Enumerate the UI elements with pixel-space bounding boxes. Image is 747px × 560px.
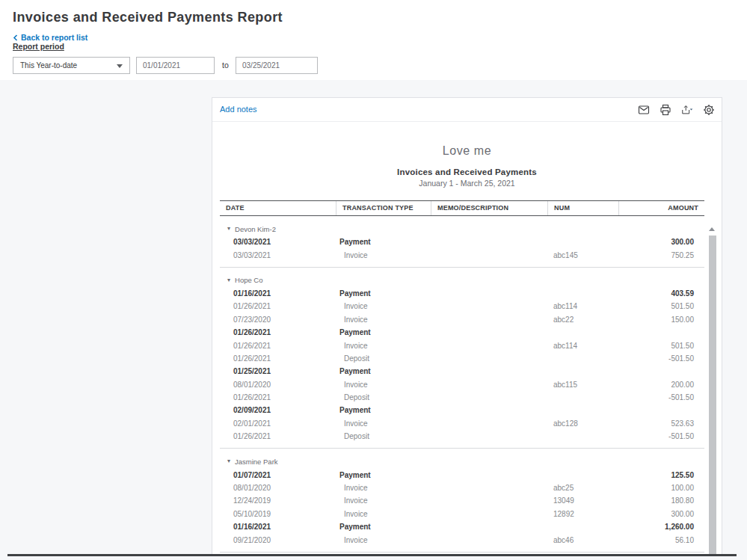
page-header: Invoices and Received Payments Report Ba… [0, 0, 747, 80]
cell-date: 07/23/2020 [220, 316, 336, 324]
company-name: Love me [212, 144, 722, 158]
table-row[interactable]: 07/23/2020Invoiceabc22150.00 [220, 313, 704, 326]
cell-date: 01/26/2021 [220, 354, 336, 363]
dropdown-caret-icon [117, 64, 123, 68]
table-row[interactable]: 03/03/2021Payment300.00 [220, 236, 704, 248]
report-period-selected-value: This Year-to-date [20, 61, 77, 70]
group-name: Devon Kim-2 [235, 225, 276, 233]
table-row[interactable]: 01/16/2021Payment403.59 [220, 287, 704, 300]
group-name: Hope Co [235, 276, 263, 284]
cell-amount: 523.63 [618, 419, 704, 428]
add-notes-link[interactable]: Add notes [220, 98, 257, 121]
report-date-range: January 1 - March 25, 2021 [212, 179, 722, 188]
table-row[interactable]: 01/26/2021Deposit-501.50 [220, 352, 704, 365]
cell-transaction-type: Payment [336, 406, 431, 414]
cell-transaction-type: Invoice [336, 510, 431, 518]
report-card-header: Add notes [212, 98, 722, 122]
cell-date: 03/03/2021 [220, 251, 336, 259]
chevron-left-icon [13, 34, 18, 41]
cell-transaction-type: Payment [336, 367, 431, 375]
report-period-dropdown[interactable]: This Year-to-date [13, 57, 130, 74]
group-toggle[interactable]: ▾Hope Co [220, 274, 704, 287]
cell-num: abc115 [547, 381, 618, 389]
cell-date: 05/10/2019 [220, 510, 336, 518]
cell-transaction-type: Deposit [336, 393, 431, 401]
report-toolbar [638, 98, 715, 121]
cell-date: 12/24/2019 [220, 496, 336, 505]
customer-group: ▾Hope Co01/16/2021Payment403.5901/26/202… [220, 274, 704, 449]
cell-transaction-type: Deposit [336, 432, 431, 440]
settings-icon[interactable] [703, 104, 715, 116]
table-row[interactable]: 01/07/2021Payment125.50 [220, 468, 704, 481]
cell-transaction-type: Invoice [336, 536, 431, 544]
column-header-num[interactable]: NUM [547, 201, 618, 215]
scroll-up-arrow-icon [709, 227, 715, 231]
customer-group: ▾Jasmine Park01/07/2021Payment125.5008/0… [220, 455, 704, 552]
cell-num: abc145 [547, 251, 618, 259]
table-row[interactable]: 03/03/2021Invoiceabc145750.25 [220, 248, 704, 261]
table-row[interactable]: 02/09/2021Payment [220, 404, 704, 416]
cell-date: 03/03/2021 [220, 238, 336, 246]
cell-amount: 150.00 [618, 316, 704, 324]
cell-transaction-type: Payment [336, 471, 431, 479]
cell-num: 12892 [547, 510, 618, 518]
cell-date: 01/26/2021 [220, 302, 336, 310]
cell-amount: 501.50 [618, 342, 704, 350]
date-to-input[interactable] [236, 57, 318, 74]
cell-amount: 403.59 [618, 289, 704, 298]
cell-date: 01/26/2021 [220, 393, 336, 401]
email-icon[interactable] [638, 104, 650, 116]
cell-date: 08/01/2020 [220, 484, 336, 492]
cell-date: 09/21/2020 [220, 536, 336, 544]
group-toggle[interactable]: ▾Jasmine Park [220, 455, 704, 468]
customer-group: ▾Devon Kim-203/03/2021Payment300.0003/03… [220, 222, 704, 268]
cell-num: abc46 [547, 536, 618, 544]
group-toggle[interactable]: ▾Devon Kim-2 [220, 222, 704, 236]
cell-transaction-type: Invoice [336, 251, 431, 259]
cell-date: 01/26/2021 [220, 342, 336, 350]
table-row[interactable]: 02/01/2021Invoiceabc128523.63 [220, 417, 704, 430]
table-row[interactable]: 01/26/2021Invoiceabc114501.50 [220, 339, 704, 351]
cell-transaction-type: Invoice [336, 302, 431, 310]
collapse-caret-icon: ▾ [227, 458, 230, 464]
table-row[interactable]: 01/16/2021Payment1,260.00 [220, 520, 704, 533]
cell-date: 01/26/2021 [220, 432, 336, 440]
cell-transaction-type: Payment [336, 523, 431, 531]
table-row[interactable]: 01/26/2021Deposit-501.50 [220, 391, 704, 404]
table-row[interactable]: 01/26/2021Payment [220, 326, 704, 339]
cell-date: 01/25/2021 [220, 367, 336, 375]
table-row[interactable]: 05/10/2019Invoice12892300.00 [220, 508, 704, 520]
table-row[interactable]: 09/21/2020Invoiceabc4656.10 [220, 533, 704, 546]
scrollbar-thumb[interactable] [709, 236, 716, 554]
table-row[interactable]: 01/25/2021Payment [220, 365, 704, 378]
cell-date: 02/01/2021 [220, 419, 336, 428]
scrollbar-up-button[interactable] [707, 224, 716, 235]
column-header-amount[interactable]: AMOUNT [618, 201, 704, 215]
table-row[interactable]: 08/01/2020Invoiceabc25100.00 [220, 481, 704, 494]
column-header-transaction-type[interactable]: TRANSACTION TYPE [336, 201, 431, 215]
cell-transaction-type: Invoice [336, 342, 431, 350]
cell-amount: 200.00 [618, 381, 704, 389]
group-name: Jasmine Park [235, 458, 278, 466]
cell-num: abc128 [547, 419, 618, 428]
print-icon[interactable] [660, 104, 671, 116]
back-link-label: Back to report list [21, 33, 87, 42]
cell-transaction-type: Deposit [336, 354, 431, 363]
cell-transaction-type: Invoice [336, 419, 431, 428]
back-to-report-list-link[interactable]: Back to report list [13, 33, 87, 42]
table-row[interactable]: 12/24/2019Invoice13049180.80 [220, 494, 704, 507]
export-icon[interactable] [681, 104, 693, 116]
column-header-memo-description[interactable]: MEMO/DESCRIPTION [431, 201, 547, 215]
table-row[interactable]: 01/26/2021Invoiceabc114501.50 [220, 300, 704, 313]
column-header-date[interactable]: DATE [220, 201, 336, 215]
cell-num: abc114 [547, 342, 618, 350]
date-from-input[interactable] [136, 57, 215, 74]
cell-date: 01/16/2021 [220, 523, 336, 531]
table-row[interactable]: 01/26/2021Deposit-501.50 [220, 430, 704, 443]
cell-amount: 180.80 [618, 496, 704, 505]
table-row[interactable]: 08/01/2020Invoiceabc115200.00 [220, 378, 704, 391]
cell-transaction-type: Invoice [336, 316, 431, 324]
cell-date: 01/07/2021 [220, 471, 336, 479]
cell-date: 01/16/2021 [220, 289, 336, 298]
cell-transaction-type: Invoice [336, 381, 431, 389]
